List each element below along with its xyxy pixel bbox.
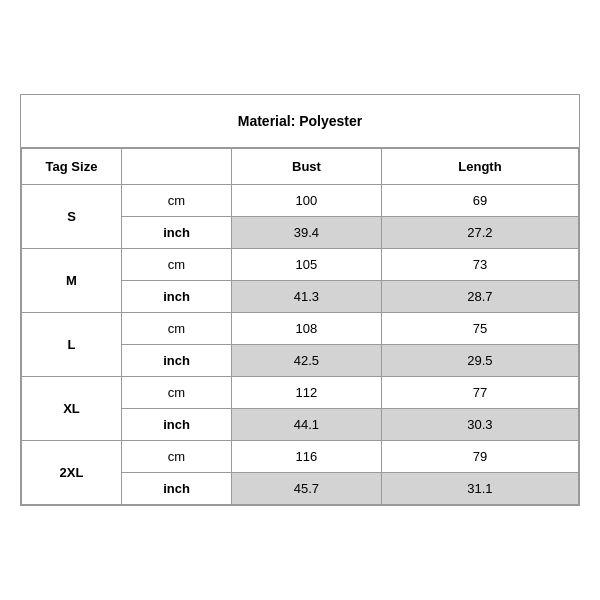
inch-length-value: 31.1 [381,473,578,505]
unit-cm: cm [122,377,232,409]
inch-length-value: 30.3 [381,409,578,441]
tag-size-cell: L [22,313,122,377]
inch-bust-value: 41.3 [232,281,382,313]
inch-length-value: 27.2 [381,217,578,249]
cm-bust-value: 116 [232,441,382,473]
cm-length-value: 75 [381,313,578,345]
cm-bust-value: 100 [232,185,382,217]
header-tag-size: Tag Size [22,149,122,185]
unit-cm: cm [122,185,232,217]
cm-length-value: 69 [381,185,578,217]
header-bust: Bust [232,149,382,185]
cm-bust-value: 112 [232,377,382,409]
tag-size-cell: 2XL [22,441,122,505]
inch-bust-value: 39.4 [232,217,382,249]
unit-inch: inch [122,345,232,377]
tag-size-cell: M [22,249,122,313]
tag-size-cell: S [22,185,122,249]
inch-length-value: 29.5 [381,345,578,377]
cm-bust-value: 108 [232,313,382,345]
inch-bust-value: 42.5 [232,345,382,377]
unit-inch: inch [122,473,232,505]
header-unit [122,149,232,185]
unit-inch: inch [122,281,232,313]
header-length: Length [381,149,578,185]
unit-inch: inch [122,217,232,249]
unit-cm: cm [122,313,232,345]
unit-cm: cm [122,441,232,473]
cm-bust-value: 105 [232,249,382,281]
cm-length-value: 77 [381,377,578,409]
cm-length-value: 79 [381,441,578,473]
unit-cm: cm [122,249,232,281]
size-chart: Material: Polyester Tag Size Bust Length… [20,94,580,506]
unit-inch: inch [122,409,232,441]
tag-size-cell: XL [22,377,122,441]
chart-title: Material: Polyester [21,95,579,148]
inch-length-value: 28.7 [381,281,578,313]
cm-length-value: 73 [381,249,578,281]
inch-bust-value: 45.7 [232,473,382,505]
inch-bust-value: 44.1 [232,409,382,441]
